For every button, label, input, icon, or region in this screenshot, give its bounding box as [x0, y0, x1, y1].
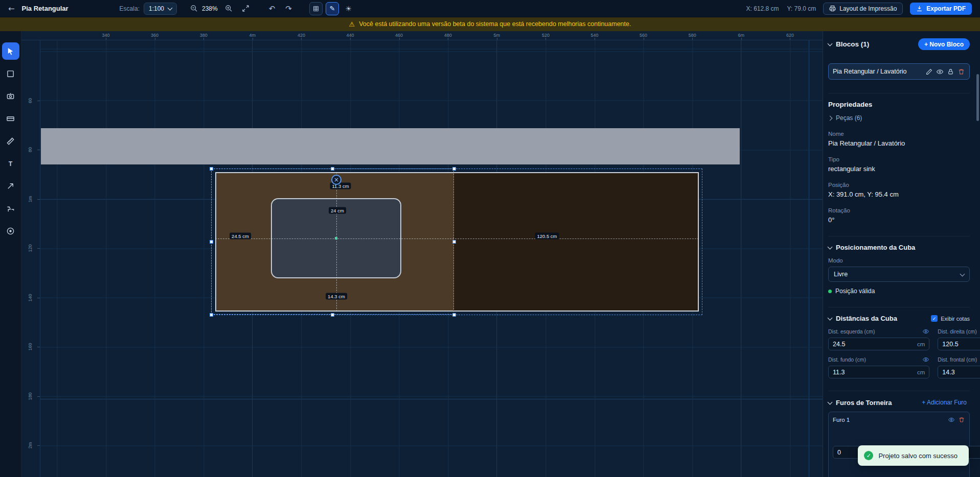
magnifier-minus-icon: [190, 5, 198, 12]
edit-block-button[interactable]: [925, 68, 933, 76]
warning-icon: ⚠: [349, 20, 355, 28]
measure-toggle-button[interactable]: ✎: [326, 2, 339, 15]
ruler-tick: [37, 150, 40, 150]
redo-button[interactable]: ↷: [283, 3, 294, 14]
printer-icon: [829, 5, 836, 12]
show-dims-checkbox[interactable]: ✓: [931, 315, 938, 322]
x-mark-icon: ×: [334, 176, 339, 183]
topbar: ← Pia Retangular Escala: 1:100 238% ↶ ↷ …: [0, 0, 980, 17]
ruler-tick: [37, 347, 40, 347]
back-button[interactable]: ←: [6, 3, 17, 14]
ruler-h-label: 580: [689, 33, 696, 38]
sidebar-scrollbar[interactable]: [976, 74, 979, 121]
export-pdf-label: Exportar PDF: [926, 5, 966, 12]
selection-handle[interactable]: [331, 313, 334, 317]
countertop-tool[interactable]: [2, 110, 19, 127]
dist-front-label: Dist. frontal (cm): [938, 356, 977, 363]
dist-left-label: Dist. esquerda (cm): [828, 328, 875, 335]
lock-block-button[interactable]: [947, 68, 954, 76]
dim-label-left: 24.5 cm: [230, 233, 251, 240]
dist-right-input[interactable]: [942, 341, 980, 348]
blocks-section-toggle[interactable]: Blocos (1): [828, 40, 869, 48]
selection-handle[interactable]: [452, 167, 456, 171]
fit-view-button[interactable]: [240, 4, 252, 13]
dist-back-input[interactable]: [833, 369, 915, 376]
zoom-in-button[interactable]: [223, 4, 235, 13]
dist-left-input[interactable]: [833, 341, 915, 348]
hole-item-label: Furo 1: [833, 417, 945, 423]
chevron-down-icon: [828, 316, 833, 321]
theme-button[interactable]: ☀: [342, 2, 355, 15]
positioning-section-label: Posicionamento da Cuba: [836, 244, 915, 251]
block-visibility-button[interactable]: [936, 68, 944, 76]
field-value: 0°: [828, 216, 970, 224]
success-check-icon: ✓: [864, 451, 873, 460]
faucet-tool[interactable]: [2, 200, 19, 217]
zoom-out-button[interactable]: [188, 4, 200, 13]
dist-front-input[interactable]: [942, 369, 980, 376]
delete-hole-button[interactable]: [958, 416, 965, 423]
scale-select[interactable]: 1:100: [144, 3, 177, 15]
trash-icon: [959, 417, 965, 423]
ruler-tick: [497, 38, 497, 40]
eye-icon: [937, 68, 943, 75]
selection-handle[interactable]: [210, 240, 213, 244]
countertop-slab[interactable]: [41, 128, 740, 164]
eye-icon[interactable]: [922, 356, 929, 363]
undo-icon: ↶: [269, 4, 276, 13]
mode-value: Livre: [834, 271, 848, 278]
hole-tool[interactable]: [2, 222, 19, 240]
field-value: Pia Retangular / Lavatório: [828, 139, 970, 147]
ruler-h-label: 5m: [494, 33, 500, 38]
ruler-h-label: 340: [102, 33, 109, 38]
eye-icon[interactable]: [922, 328, 929, 335]
selection-handle[interactable]: [331, 167, 334, 171]
selection-handle[interactable]: [452, 313, 456, 317]
measure-tool[interactable]: [2, 132, 19, 150]
design-canvas[interactable]: × 11.3 cm 24 cm 24.5 cm 120.5 cm 14.3 cm…: [21, 31, 823, 477]
undo-button[interactable]: ↶: [267, 3, 278, 14]
hole-visibility-button[interactable]: [948, 416, 955, 423]
svg-text:T: T: [9, 160, 13, 167]
eye-icon: [948, 417, 954, 423]
field-value: X: 391.0 cm, Y: 95.4 cm: [828, 190, 970, 198]
export-pdf-button[interactable]: Exportar PDF: [910, 3, 972, 15]
selection-handle[interactable]: [452, 240, 456, 244]
selection-handle[interactable]: [210, 313, 213, 317]
new-block-button[interactable]: + Novo Bloco: [918, 38, 970, 50]
delete-block-button[interactable]: [958, 68, 965, 76]
holes-section-label: Furos de Torneira: [836, 399, 892, 407]
block-list-item[interactable]: Pia Retangular / Lavatório: [828, 63, 970, 80]
countertop-icon: [6, 114, 15, 123]
ruler-tick: [545, 38, 546, 40]
ruler-tick: [37, 298, 40, 298]
ruler-v-label: 120: [28, 243, 33, 254]
print-layout-button[interactable]: Layout de Impressão: [823, 3, 903, 15]
mode-select[interactable]: Livre: [828, 267, 970, 282]
ruler-v-label: 160: [28, 341, 33, 352]
distances-section-toggle[interactable]: Distâncias da Cuba ✓ Exibir cotas: [828, 307, 970, 322]
rectangle-tool[interactable]: [2, 65, 19, 82]
ruler-tick: [644, 38, 644, 40]
grid-toggle-button[interactable]: [309, 2, 323, 15]
selection-handle[interactable]: [210, 167, 213, 171]
ruler-h-label: 6m: [738, 33, 745, 38]
add-hole-button[interactable]: + Adicionar Furo: [919, 398, 970, 407]
field-label: Tipo: [828, 156, 970, 162]
text-tool[interactable]: T: [2, 155, 19, 172]
cursor-y: Y: 79.0 cm: [787, 5, 816, 12]
chevron-down-icon: [828, 245, 833, 250]
ruler-h-label: 540: [590, 33, 598, 38]
remove-basin-handle[interactable]: ×: [331, 175, 341, 185]
arrow-tool[interactable]: [2, 177, 19, 195]
field-rotation: Rotação 0°: [828, 207, 970, 224]
positioning-section-toggle[interactable]: Posicionamento da Cuba: [828, 236, 970, 251]
sink-tool[interactable]: [2, 87, 19, 105]
select-tool[interactable]: [2, 42, 19, 60]
download-icon: [916, 5, 923, 12]
pieces-toggle[interactable]: Peças (6): [828, 114, 970, 122]
holes-section-toggle[interactable]: Furos de Torneira + Adicionar Furo: [828, 391, 970, 407]
cursor-x: X: 612.8 cm: [746, 5, 779, 12]
ruler-tick: [399, 38, 400, 40]
block-item-label: Pia Retangular / Lavatório: [833, 68, 922, 75]
